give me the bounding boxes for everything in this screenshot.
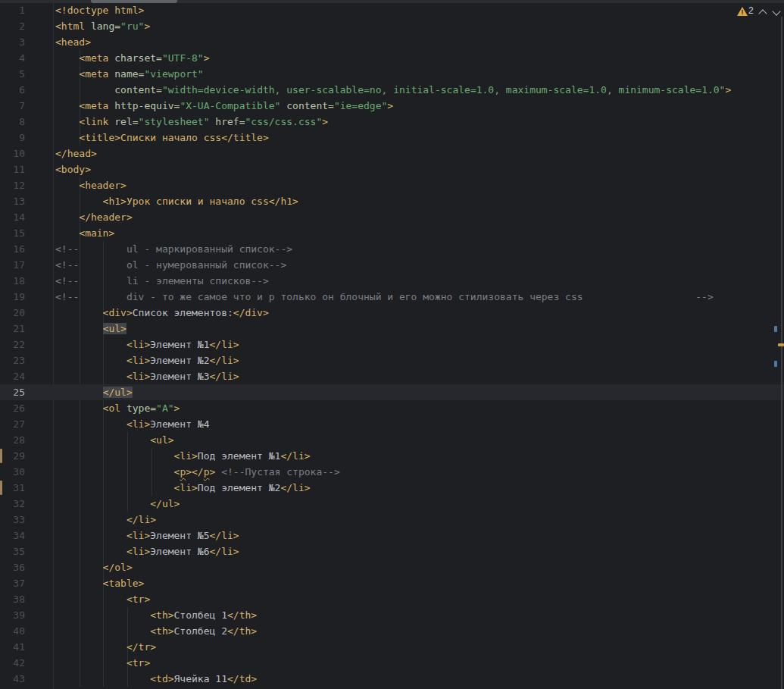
code-line[interactable]: 9 <title>Списки начало css</title> bbox=[0, 130, 784, 146]
warning-count[interactable]: 2 bbox=[748, 5, 754, 17]
code-line[interactable]: 4 <meta charset="UTF-8"> bbox=[0, 50, 784, 66]
line-number[interactable]: 20 bbox=[0, 305, 25, 321]
code-text: <td>Ячейка 11</td> bbox=[55, 671, 257, 687]
code-line[interactable]: 5 <meta name="viewport" bbox=[0, 66, 784, 82]
code-text: <head> bbox=[55, 34, 91, 50]
line-number[interactable]: 33 bbox=[0, 512, 25, 528]
line-number[interactable]: 9 bbox=[0, 130, 25, 146]
line-number[interactable]: 39 bbox=[0, 607, 25, 623]
scrollbar-change-mark[interactable] bbox=[774, 326, 777, 332]
code-line[interactable]: 8 <link rel="stylesheet" href="css/css.c… bbox=[0, 114, 784, 130]
line-number[interactable]: 34 bbox=[0, 528, 25, 543]
code-line[interactable]: 33 </li> bbox=[0, 512, 784, 528]
code-line[interactable]: 18<!-- li - элементы списков--> bbox=[0, 273, 784, 289]
line-number[interactable]: 17 bbox=[0, 257, 25, 273]
code-token: type= bbox=[127, 402, 156, 414]
line-number[interactable]: 30 bbox=[0, 464, 25, 480]
code-line[interactable]: 13 <h1>Урок списки и начало css</h1> bbox=[0, 193, 784, 209]
line-number[interactable]: 37 bbox=[0, 575, 25, 591]
line-number[interactable]: 19 bbox=[0, 289, 25, 305]
code-line[interactable]: 25 </ul> bbox=[0, 384, 784, 400]
code-line[interactable]: 43 <td>Ячейка 11</td> bbox=[0, 671, 784, 687]
code-line[interactable]: 20 <div>Список элементов:</div> bbox=[0, 305, 784, 321]
code-line[interactable]: 22 <li>Элемент №1</li> bbox=[0, 337, 784, 352]
code-line[interactable]: 42 <tr> bbox=[0, 655, 784, 671]
line-number[interactable]: 15 bbox=[0, 225, 25, 241]
code-line[interactable]: 16<!-- ul - маркированный список--> bbox=[0, 241, 784, 257]
code-line[interactable]: 29 <li>Под элемент №1</li> bbox=[0, 448, 784, 464]
code-line[interactable]: 2<html lang="ru"> bbox=[0, 18, 784, 34]
line-number[interactable]: 2 bbox=[0, 18, 25, 34]
line-number[interactable]: 26 bbox=[0, 400, 25, 416]
line-number[interactable]: 23 bbox=[0, 352, 25, 368]
code-line[interactable]: 10</head> bbox=[0, 146, 784, 161]
code-rows[interactable]: 1<!doctype html>2<html lang="ru">3<head>… bbox=[0, 2, 784, 687]
line-number[interactable]: 14 bbox=[0, 209, 25, 225]
code-line[interactable]: 24 <li>Элемент №3</li> bbox=[0, 368, 784, 384]
line-number[interactable]: 6 bbox=[0, 82, 25, 98]
code-line[interactable]: 6 content="width=device-width, user-scal… bbox=[0, 82, 784, 98]
line-number[interactable]: 31 bbox=[0, 480, 25, 496]
line-number[interactable]: 29 bbox=[0, 448, 25, 464]
line-number[interactable]: 12 bbox=[0, 177, 25, 193]
scrollbar-change-mark[interactable] bbox=[774, 361, 777, 367]
line-number[interactable]: 24 bbox=[0, 368, 25, 384]
code-line[interactable]: 27 <li>Элемент №4 bbox=[0, 416, 784, 432]
line-number[interactable]: 25 bbox=[0, 384, 25, 400]
line-number[interactable]: 36 bbox=[0, 559, 25, 575]
code-line[interactable]: 40 <th>Столбец 2</th> bbox=[0, 623, 784, 639]
code-token: href= bbox=[215, 116, 245, 127]
code-line[interactable]: 39 <th>Столбец 1</th> bbox=[0, 607, 784, 623]
line-number[interactable]: 42 bbox=[0, 655, 25, 671]
code-line[interactable]: 41 </tr> bbox=[0, 639, 784, 655]
line-number[interactable]: 10 bbox=[0, 146, 25, 161]
line-number[interactable]: 21 bbox=[0, 321, 25, 337]
code-line[interactable]: 1<!doctype html> bbox=[0, 2, 784, 18]
code-line[interactable]: 14 </header> bbox=[0, 209, 784, 225]
line-number[interactable]: 16 bbox=[0, 241, 25, 257]
line-number[interactable]: 40 bbox=[0, 623, 25, 639]
line-number[interactable]: 11 bbox=[0, 161, 25, 177]
code-text: <!-- ol - нумерованный список--> bbox=[55, 257, 286, 273]
line-number[interactable]: 27 bbox=[0, 416, 25, 432]
line-number[interactable]: 18 bbox=[0, 273, 25, 289]
code-token: <li> bbox=[55, 450, 198, 462]
line-number[interactable]: 3 bbox=[0, 34, 25, 50]
code-line[interactable]: 12 <header> bbox=[0, 177, 784, 193]
code-line[interactable]: 23 <li>Элемент №2</li> bbox=[0, 352, 784, 368]
line-number[interactable]: 43 bbox=[0, 671, 25, 687]
code-line[interactable]: 21 <ul> bbox=[0, 321, 784, 337]
line-number[interactable]: 35 bbox=[0, 543, 25, 559]
code-line[interactable]: 26 <ol type="A"> bbox=[0, 400, 784, 416]
line-number[interactable]: 1 bbox=[0, 2, 25, 18]
code-line[interactable]: 36 </ol> bbox=[0, 559, 784, 575]
code-line[interactable]: 7 <meta http-equiv="X-UA-Compatible" con… bbox=[0, 98, 784, 114]
code-line[interactable]: 3<head> bbox=[0, 34, 784, 50]
line-number[interactable]: 41 bbox=[0, 639, 25, 655]
line-number[interactable]: 4 bbox=[0, 50, 25, 66]
line-number[interactable]: 28 bbox=[0, 432, 25, 448]
code-line[interactable]: 17<!-- ol - нумерованный список--> bbox=[0, 257, 784, 273]
line-number[interactable]: 8 bbox=[0, 114, 25, 130]
line-number[interactable]: 5 bbox=[0, 66, 25, 82]
line-number[interactable]: 32 bbox=[0, 496, 25, 512]
code-line[interactable]: 37 <table> bbox=[0, 575, 784, 591]
code-line[interactable]: 34 <li>Элемент №5</li> bbox=[0, 528, 784, 543]
code-line[interactable]: 28 <ul> bbox=[0, 432, 784, 448]
code-line[interactable]: 15 <main> bbox=[0, 225, 784, 241]
line-number[interactable]: 13 bbox=[0, 193, 25, 209]
code-line[interactable]: 19<!-- div - то же самое что и p только … bbox=[0, 289, 784, 305]
line-number[interactable]: 38 bbox=[0, 591, 25, 607]
code-line[interactable]: 31 <li>Под элемент №2</li> bbox=[0, 480, 784, 496]
scrollbar-track[interactable] bbox=[781, 17, 782, 689]
scrollbar-warning-mark[interactable] bbox=[778, 343, 784, 346]
code-editor[interactable]: 1<!doctype html>2<html lang="ru">3<head>… bbox=[0, 0, 784, 689]
code-token: <meta bbox=[55, 52, 114, 64]
line-number[interactable]: 22 bbox=[0, 337, 25, 352]
code-line[interactable]: 30 <p></p> <!--Пустая строка--> bbox=[0, 464, 784, 480]
code-line[interactable]: 11<body> bbox=[0, 161, 784, 177]
line-number[interactable]: 7 bbox=[0, 98, 25, 114]
code-line[interactable]: 35 <li>Элемент №6</li> bbox=[0, 543, 784, 559]
code-line[interactable]: 32 </ul> bbox=[0, 496, 784, 512]
code-line[interactable]: 38 <tr> bbox=[0, 591, 784, 607]
